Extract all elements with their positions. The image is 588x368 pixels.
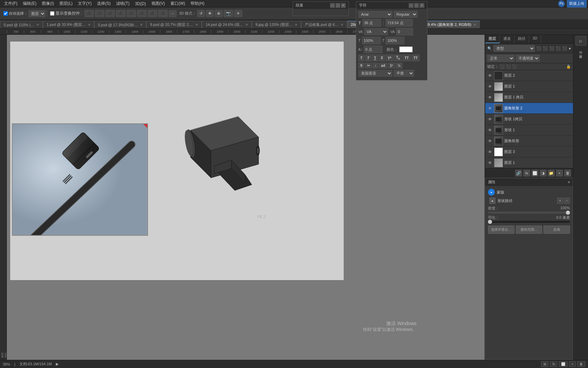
layer-mask-btn[interactable]: ⬜ <box>532 170 538 177</box>
opacity-select[interactable]: 不透明度 <box>516 55 540 62</box>
props-density-thumb[interactable] <box>566 211 570 215</box>
subscript-btn[interactable]: Ts <box>394 55 402 61</box>
auto-select-checkbox[interactable] <box>3 11 8 16</box>
color-swatch[interactable] <box>399 46 413 52</box>
tab-2-close[interactable]: ✕ <box>140 23 143 27</box>
layer-vis-图层1[interactable]: 👁 <box>487 84 493 89</box>
layer-item-圆角矩形[interactable]: 👁 圆角矩形 <box>485 136 573 147</box>
more-options-btn[interactable]: ··· <box>169 10 177 17</box>
menu-text[interactable]: 文字(Y) <box>75 0 94 7</box>
pan-3d-btn[interactable]: ✥ <box>206 10 214 17</box>
font-size-input[interactable] <box>362 19 381 27</box>
3d-tab[interactable]: 3D <box>529 35 541 43</box>
menu-file[interactable]: 文件(F) <box>1 0 20 7</box>
layer-filter-select[interactable]: 类型 <box>493 45 535 52</box>
auto-select-type[interactable]: 图层 <box>29 10 46 17</box>
bold-btn[interactable]: T <box>358 55 364 61</box>
layer-link-btn[interactable]: 🔗 <box>515 170 522 177</box>
tab-2[interactable]: 5.psd @ 17.3%(RGB/… ✕ <box>94 21 146 28</box>
layer-vis-圆角矩形2[interactable]: 👁 <box>487 106 493 111</box>
zoom-3d-btn[interactable]: ⊕ <box>215 10 223 17</box>
tab-6-close[interactable]: ✕ <box>341 23 343 27</box>
layer-item-形状1[interactable]: 👁 形状 1 <box>485 125 573 136</box>
rotate-3d-btn[interactable]: ↺ <box>197 10 205 17</box>
swash-btn[interactable]: ½ <box>396 63 403 68</box>
menu-3d[interactable]: 3D(D) <box>132 1 149 7</box>
character-panel-minimize[interactable]: — <box>409 3 413 8</box>
layer-item-形状1拷贝[interactable]: 👁 形状 1拷贝 <box>485 114 573 125</box>
va-value-input[interactable] <box>396 28 413 35</box>
allcaps-btn[interactable]: TT <box>403 55 411 61</box>
props-path-btn2[interactable]: − <box>564 198 570 204</box>
menu-image[interactable]: 图像(I) <box>39 0 56 7</box>
italic-btn[interactable]: T <box>365 55 371 61</box>
baseline-input[interactable] <box>364 46 382 53</box>
tab-0-close[interactable]: ✕ <box>36 23 39 27</box>
tab-5-close[interactable]: ✕ <box>295 23 297 27</box>
layer-item-图层2[interactable]: 👁 图层 2 <box>485 70 573 81</box>
align-distribute-v-btn[interactable]: ⬛ <box>158 10 168 17</box>
align-bottom-btn[interactable]: ⬛ <box>148 10 157 17</box>
layer-item-图层1b[interactable]: 👁 图层 1 <box>485 157 573 168</box>
status-delete-btn[interactable]: 🗑 <box>577 361 585 367</box>
lock-all-icon[interactable]: 🔒 <box>566 64 571 69</box>
light-3d-btn[interactable]: ☀ <box>234 10 242 17</box>
strikethrough-btn[interactable]: T <box>379 55 385 61</box>
status-mask-btn[interactable]: ⬜ <box>559 361 568 367</box>
ordinal-btn[interactable]: 1² <box>388 63 395 68</box>
menu-select[interactable]: 选择(S) <box>94 0 113 7</box>
align-center-h-btn[interactable]: ⬛ <box>95 10 104 17</box>
status-fx-btn[interactable]: fx <box>550 361 557 367</box>
lock-artboard-icon[interactable]: ⬛ <box>512 64 517 69</box>
layer-vis-形状1拷贝[interactable]: 👁 <box>487 117 493 122</box>
props-expand-icon[interactable]: ≡ <box>568 180 570 184</box>
tab-1[interactable]: 1.psd @ 33.9% (图层… ✕ <box>43 21 94 28</box>
tab-4[interactable]: 14.psd @ 24.6% (组… ✕ <box>202 21 251 28</box>
old-style-btn[interactable]: ad <box>379 63 387 68</box>
tab-3-close[interactable]: ✕ <box>195 23 198 27</box>
props-feather-track[interactable] <box>488 221 570 223</box>
lock-pixels-icon[interactable]: ⬛ <box>500 64 505 69</box>
menu-window[interactable]: 窗口(W) <box>168 0 188 7</box>
right-strip-btn1[interactable]: ▷ <box>575 36 586 46</box>
scale-v-input[interactable] <box>386 37 404 44</box>
select-mask-btn[interactable]: 选择并遮住… <box>488 226 514 234</box>
align-top-btn[interactable]: ⬛ <box>127 10 136 17</box>
layer-group-btn[interactable]: 📁 <box>548 170 555 177</box>
layer-vis-图层3[interactable]: 👁 <box>487 149 493 155</box>
props-density-track[interactable] <box>488 212 570 214</box>
character-panel-expand[interactable]: □ <box>414 3 419 8</box>
layers-tab[interactable]: 图层 <box>485 35 500 43</box>
menu-edit[interactable]: 编辑(E) <box>20 0 39 7</box>
layer-vis-圆角矩形[interactable]: 👁 <box>487 138 493 144</box>
font-style-select[interactable]: Regular <box>394 11 418 18</box>
va-type-select[interactable]: VA <box>364 28 388 35</box>
menu-view[interactable]: 视图(V) <box>149 0 168 7</box>
cloud-upload-button[interactable]: 联接上传 <box>567 0 587 7</box>
tab-6[interactable]: 产品收集.psd @ 6… ✕ <box>301 21 347 28</box>
layer-item-图层1[interactable]: 👁 图层 1 <box>485 81 573 92</box>
faux-bold-btn[interactable]: fi <box>358 63 364 68</box>
layer-vis-图层2[interactable]: 👁 <box>487 73 493 78</box>
underline-btn[interactable]: T <box>372 55 378 61</box>
menu-filter[interactable]: 滤镜(T) <box>113 0 132 7</box>
superscript-btn[interactable]: Ts <box>386 55 393 61</box>
font-family-select[interactable]: Arial <box>358 11 392 18</box>
paths-tab[interactable]: 路径 <box>514 35 529 43</box>
show-transform-checkbox[interactable] <box>50 11 54 16</box>
layer-vis-图层1b[interactable]: 👁 <box>487 160 493 166</box>
layer-item-圆角矩形2[interactable]: 👁 圆角矩形 2 <box>485 103 573 114</box>
paragraph-panel-close[interactable]: ✕ <box>341 3 346 8</box>
character-panel-close[interactable]: ✕ <box>420 3 424 8</box>
tab-5[interactable]: 9.jpg @ 133% (图层… ✕ <box>252 21 301 28</box>
paragraph-panel-expand[interactable]: □ <box>336 3 340 8</box>
layer-vis-形状1[interactable]: 👁 <box>487 127 493 133</box>
layer-filter-toggle[interactable]: ● <box>569 46 571 51</box>
blend-mode-select[interactable]: 正常 <box>487 55 514 62</box>
ligatures-btn[interactable]: ↕ <box>373 63 378 68</box>
props-path-btn1[interactable]: + <box>557 198 563 204</box>
tab-3[interactable]: 9.psd @ 20.7% (图层 2,… ✕ <box>146 21 202 28</box>
layer-new-btn[interactable]: + <box>556 170 563 177</box>
layer-vis-图层1拷贝[interactable]: 👁 <box>487 95 493 100</box>
status-arrange-btn[interactable]: ⊞ <box>541 361 549 367</box>
